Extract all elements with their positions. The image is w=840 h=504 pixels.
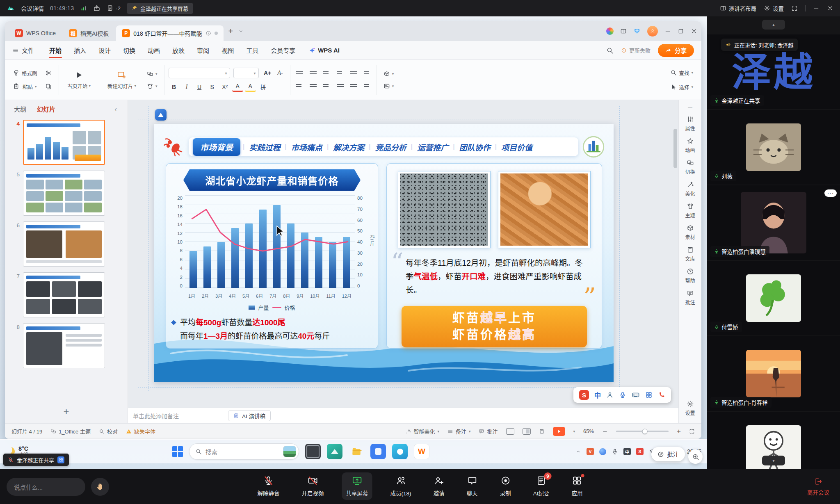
paste-button[interactable]: 粘贴▾ (11, 82, 39, 92)
update-failed-status[interactable]: 更新失败 (621, 46, 651, 54)
menu-tab-开始[interactable]: 开始 (44, 41, 67, 59)
indent-decrease-icon[interactable] (322, 69, 332, 78)
format-button[interactable]: U (194, 82, 205, 92)
tray-ime-icon[interactable]: 中 (623, 448, 631, 455)
taskbar-app-snipping[interactable] (305, 444, 321, 459)
new-slide-button[interactable]: 新建幻灯片▾ (103, 68, 140, 91)
indent-increase-icon[interactable] (335, 69, 345, 78)
menu-tab-视图[interactable]: 视图 (216, 41, 239, 59)
new-tab-button[interactable]: + (225, 27, 237, 36)
slide-nav-item[interactable]: 解决方案 (329, 141, 369, 153)
close-icon[interactable] (827, 5, 833, 11)
play-options-icon[interactable]: ▾ (573, 429, 575, 433)
ai-script-button[interactable]: AI 演讲稿 (228, 410, 271, 421)
slide-nav-item[interactable]: 团队协作 (455, 141, 495, 153)
overlay-keyboard-icon[interactable] (632, 391, 640, 399)
tile-more-button[interactable]: ··· (824, 189, 837, 197)
wps-close-icon[interactable] (691, 28, 697, 34)
menu-tab-审阅[interactable]: 审阅 (192, 41, 215, 59)
meeting-control-members[interactable]: 成员(18) (386, 472, 415, 500)
raise-hand-button[interactable] (91, 478, 109, 496)
number-list-icon[interactable] (308, 69, 318, 78)
slide-thumbnail[interactable] (23, 171, 105, 216)
tab-docer-ai[interactable]: 稻 稻壳AI模板 (63, 26, 114, 41)
file-menu[interactable]: 文件 (12, 46, 34, 55)
tab-presentation[interactable]: P 018 虾口常开——中药赋能 (116, 25, 223, 41)
play-from-current-button[interactable]: 当页开始▾ (63, 68, 95, 91)
zoom-slider-thumb[interactable] (642, 429, 648, 434)
participant-tile[interactable]: 智造柏蛋白-肖春祥 (707, 336, 840, 411)
sidebar-tool[interactable]: 素材 (679, 221, 701, 243)
slide-nav-item[interactable]: 运营推广 (413, 141, 453, 153)
format-button[interactable]: B (169, 82, 180, 92)
menu-tab-设计[interactable]: 设计 (93, 41, 116, 59)
taskbar-app-wps[interactable]: W (414, 444, 429, 459)
sidebar-tool[interactable]: 主题 (679, 200, 701, 221)
proof-button[interactable]: 校对 (99, 427, 118, 435)
meeting-control-apps[interactable]: 应用 (567, 472, 587, 500)
slide-thumbnail[interactable] (23, 221, 105, 267)
sidebar-tool[interactable]: 动画 (679, 135, 701, 156)
fullscreen-icon[interactable] (791, 5, 798, 11)
meeting-control-record[interactable]: 录制 (496, 472, 515, 500)
sidebar-tool[interactable]: 美化 (679, 178, 701, 200)
overlay-voice-icon[interactable] (619, 391, 626, 399)
user-avatar[interactable] (647, 26, 658, 36)
canvas-scrollbar[interactable] (673, 103, 677, 405)
meeting-control-mic-muted[interactable]: 解除静音 (253, 472, 284, 500)
add-slide-button[interactable]: + (5, 404, 128, 423)
format-button[interactable]: A (232, 82, 243, 92)
speaker-layout-button[interactable]: 演讲者布局 (720, 4, 757, 12)
window-layout-icon[interactable] (620, 28, 627, 34)
collapse-panel-button[interactable]: ▴ (762, 20, 785, 30)
slide-thumbnail[interactable] (23, 120, 105, 165)
columns-icon[interactable] (349, 82, 359, 91)
slide-nav-item[interactable]: 竞品分析 (371, 141, 411, 153)
share-button[interactable]: 分享 (658, 44, 694, 57)
taskbar-app-photos[interactable] (327, 444, 342, 459)
meeting-control-ai-notes[interactable]: 9AI纪要 (529, 472, 554, 500)
tab-slides[interactable]: 幻灯片 (37, 105, 55, 113)
sidebar-tool[interactable]: 文库 (679, 243, 701, 265)
taskbar-app-meeting[interactable] (392, 444, 408, 459)
slide-thumbnail[interactable] (23, 272, 105, 317)
menu-tab-切换[interactable]: 切换 (118, 41, 141, 59)
open-docs-icon[interactable] (107, 5, 114, 12)
annotate-button[interactable]: 批注 (651, 447, 685, 461)
view-sorter-icon[interactable] (523, 428, 531, 435)
slide-nav-item[interactable]: 项目价值 (497, 141, 537, 153)
cut-button[interactable] (43, 68, 55, 78)
slideshow-play-button[interactable] (553, 427, 565, 436)
participant-tile[interactable]: 智造柏蛋白潘璞慧··· (707, 185, 840, 260)
member-gem-icon[interactable] (633, 27, 641, 35)
copy-button[interactable] (43, 82, 54, 91)
select-button[interactable]: 选择▾ (668, 82, 696, 92)
zoom-in-icon[interactable]: + (677, 427, 681, 436)
tray-mic-icon[interactable] (612, 448, 618, 455)
find-button[interactable]: 查找▾ (668, 68, 696, 78)
expand-panel-button[interactable]: ▾ (762, 456, 785, 465)
zoom-slider[interactable] (616, 431, 669, 432)
sidebar-tool[interactable]: 切换 (679, 156, 701, 178)
magnifier-button[interactable] (688, 449, 703, 464)
tray-voov-icon[interactable]: V (587, 448, 594, 455)
notes-toggle-button[interactable]: 备注▾ (447, 427, 471, 435)
view-read-icon[interactable] (539, 429, 545, 434)
bullet-list-icon[interactable] (294, 69, 305, 78)
wps-maximize-icon[interactable] (678, 28, 684, 34)
tab-wps-office[interactable]: W WPS Office (9, 26, 62, 41)
collapse-sidebar-icon[interactable]: ─ (688, 103, 692, 112)
justify-icon[interactable] (335, 82, 345, 91)
meeting-control-invite[interactable]: 邀请 (429, 472, 449, 500)
chat-input[interactable]: 说点什么... (7, 478, 85, 496)
sidebar-tool[interactable]: 设置 (679, 397, 701, 419)
align-center-icon[interactable] (308, 82, 318, 91)
sharing-controls-icon[interactable] (57, 456, 64, 463)
meeting-control-camera-off[interactable]: 开启视频 (298, 472, 328, 500)
menu-tab-动画[interactable]: 动画 (142, 41, 165, 59)
translate-icon[interactable]: 中 (594, 390, 601, 400)
search-icon[interactable] (606, 47, 614, 54)
share-doc-icon[interactable] (93, 5, 100, 12)
slide-layout-button[interactable]: ▾ (144, 69, 160, 78)
smart-beautify-button[interactable]: 智能美化▾ (405, 427, 439, 435)
